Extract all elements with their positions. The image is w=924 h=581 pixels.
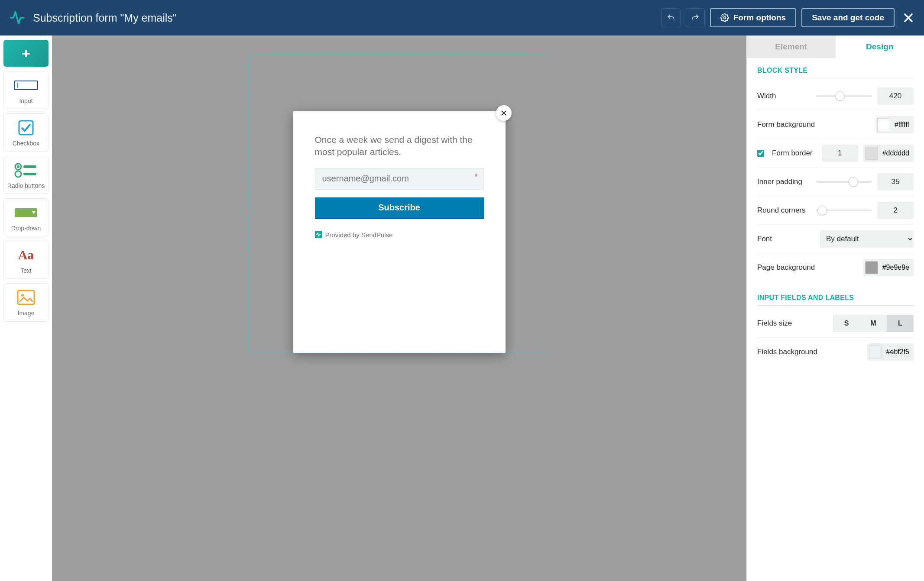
plus-icon: + bbox=[22, 45, 30, 62]
fields-size-toggle: S M L bbox=[833, 315, 914, 332]
prop-fields-size-label: Fields size bbox=[757, 319, 828, 328]
tool-dropdown-label: Drop-down bbox=[11, 225, 41, 232]
svg-rect-5 bbox=[19, 121, 33, 135]
tool-image[interactable]: Image bbox=[3, 283, 49, 321]
form-close-button[interactable] bbox=[496, 105, 512, 121]
tool-text-label: Text bbox=[20, 267, 32, 274]
properties-panel: Element Design BLOCK STYLE Width Form ba… bbox=[746, 36, 924, 581]
form-options-button[interactable]: Form options bbox=[710, 8, 796, 27]
prop-inner-padding-label: Inner padding bbox=[757, 178, 811, 186]
form-options-label: Form options bbox=[733, 13, 786, 23]
prop-fields-background: Fields background #ebf2f5 bbox=[757, 338, 914, 366]
form-border-width-input[interactable] bbox=[822, 145, 858, 162]
round-corners-input[interactable] bbox=[877, 202, 914, 219]
redo-button[interactable] bbox=[686, 8, 705, 27]
close-icon bbox=[902, 12, 914, 24]
gear-icon bbox=[720, 13, 729, 22]
app-logo bbox=[10, 10, 25, 26]
tab-design[interactable]: Design bbox=[836, 36, 924, 58]
color-swatch bbox=[869, 345, 882, 358]
svg-point-0 bbox=[723, 17, 726, 19]
text-icon: Aa bbox=[18, 246, 34, 264]
close-icon bbox=[500, 110, 507, 116]
prop-form-border: Form border #dddddd bbox=[757, 139, 914, 168]
image-icon bbox=[17, 289, 35, 306]
page-background-color-picker[interactable]: #9e9e9e bbox=[863, 259, 914, 276]
prop-round-corners-label: Round corners bbox=[757, 206, 811, 215]
save-get-code-button[interactable]: Save and get code bbox=[801, 8, 895, 27]
font-select[interactable]: By default bbox=[820, 230, 914, 248]
svg-point-9 bbox=[15, 171, 21, 177]
form-border-color-value: #dddddd bbox=[882, 149, 909, 157]
svg-rect-3 bbox=[14, 81, 38, 90]
size-option-l[interactable]: L bbox=[887, 315, 914, 332]
prop-width: Width bbox=[757, 82, 914, 110]
canvas-selection-frame: Once a week we send a digest with the mo… bbox=[249, 55, 550, 353]
tab-element[interactable]: Element bbox=[747, 36, 836, 58]
topbar-actions: Form options Save and get code bbox=[661, 8, 914, 27]
tool-dropdown[interactable]: Drop-down bbox=[3, 198, 49, 236]
save-get-code-label: Save and get code bbox=[812, 13, 884, 23]
prop-fields-background-label: Fields background bbox=[757, 348, 862, 356]
size-option-s[interactable]: S bbox=[833, 315, 860, 332]
subscription-form-card[interactable]: Once a week we send a digest with the mo… bbox=[293, 111, 506, 353]
prop-form-background-label: Form background bbox=[757, 120, 870, 129]
sendpulse-logo-icon bbox=[315, 231, 322, 238]
prop-form-background: Form background #ffffff bbox=[757, 110, 914, 139]
svg-rect-13 bbox=[18, 290, 34, 304]
dropdown-icon bbox=[15, 204, 37, 221]
prop-page-background-label: Page background bbox=[757, 263, 858, 272]
tool-radio[interactable]: Radio buttons bbox=[3, 156, 49, 194]
toolbox-sidebar: + Input Checkbox bbox=[0, 36, 52, 581]
provided-by: Provided by SendPulse bbox=[315, 231, 484, 239]
color-swatch bbox=[877, 118, 890, 131]
tool-text[interactable]: Aa Text bbox=[3, 241, 49, 279]
checkbox-icon bbox=[17, 119, 35, 136]
panel-tabs: Element Design bbox=[747, 36, 924, 58]
tool-checkbox-label: Checkbox bbox=[13, 140, 39, 147]
svg-rect-8 bbox=[23, 165, 36, 168]
undo-button[interactable] bbox=[661, 8, 681, 27]
form-background-value: #ffffff bbox=[895, 121, 909, 129]
required-asterisk: * bbox=[474, 172, 477, 181]
subscribe-button[interactable]: Subscribe bbox=[315, 197, 484, 219]
inner-padding-slider[interactable] bbox=[816, 181, 872, 183]
fields-background-value: #ebf2f5 bbox=[886, 348, 909, 356]
width-input[interactable] bbox=[877, 87, 914, 105]
tool-input-label: Input bbox=[19, 97, 32, 104]
canvas-area[interactable]: Once a week we send a digest with the mo… bbox=[52, 36, 746, 581]
section-input-fields: INPUT FIELDS AND LABELS bbox=[757, 294, 914, 306]
form-border-color-picker[interactable]: #dddddd bbox=[863, 145, 914, 162]
input-field-icon bbox=[14, 77, 38, 94]
form-heading: Once a week we send a digest with the mo… bbox=[315, 134, 484, 158]
page-background-value: #9e9e9e bbox=[882, 264, 909, 271]
prop-round-corners: Round corners bbox=[757, 196, 914, 225]
inner-padding-input[interactable] bbox=[877, 173, 914, 190]
close-editor-button[interactable] bbox=[902, 12, 914, 24]
tool-checkbox[interactable]: Checkbox bbox=[3, 113, 49, 152]
form-border-checkbox[interactable] bbox=[757, 150, 764, 157]
prop-inner-padding: Inner padding bbox=[757, 168, 914, 196]
fields-background-color-picker[interactable]: #ebf2f5 bbox=[867, 343, 914, 361]
section-block-style: BLOCK STYLE bbox=[757, 67, 914, 78]
provided-by-label: Provided by SendPulse bbox=[325, 231, 393, 239]
prop-font: Font By default bbox=[757, 225, 914, 253]
prop-form-border-label: Form border bbox=[772, 149, 817, 158]
round-corners-slider[interactable] bbox=[816, 210, 872, 211]
page-title: Subscription form "My emails" bbox=[33, 12, 654, 24]
redo-icon bbox=[691, 13, 700, 22]
tool-input[interactable]: Input bbox=[3, 71, 49, 109]
undo-icon bbox=[667, 13, 675, 22]
form-background-color-picker[interactable]: #ffffff bbox=[875, 116, 914, 133]
add-element-button[interactable]: + bbox=[3, 40, 49, 67]
width-slider[interactable] bbox=[816, 95, 872, 97]
prop-width-label: Width bbox=[757, 92, 811, 100]
prop-page-background: Page background #9e9e9e bbox=[757, 253, 914, 282]
tool-image-label: Image bbox=[18, 310, 35, 316]
prop-font-label: Font bbox=[757, 235, 815, 243]
email-input[interactable] bbox=[315, 168, 484, 190]
svg-rect-10 bbox=[23, 173, 36, 175]
radio-icon bbox=[14, 161, 38, 179]
size-option-m[interactable]: M bbox=[860, 315, 887, 332]
color-swatch bbox=[865, 147, 878, 160]
